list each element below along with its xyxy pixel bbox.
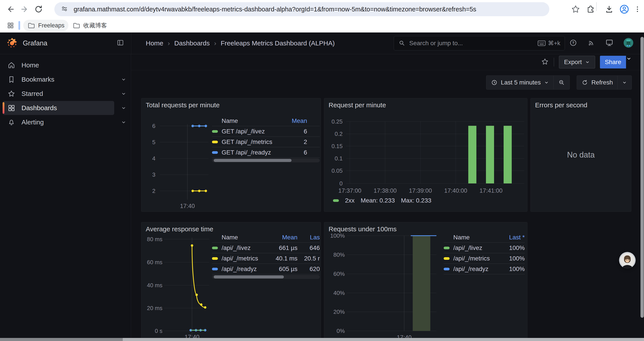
zoom-out-button[interactable] bbox=[554, 76, 570, 89]
sidebar-item-bookmarks[interactable]: Bookmarks bbox=[0, 72, 131, 87]
breadcrumb-dashboards[interactable]: Dashboards bbox=[174, 40, 210, 47]
favorite-star-icon[interactable] bbox=[541, 58, 549, 67]
sidebar-item-alerting[interactable]: Alerting bbox=[0, 115, 131, 129]
search-input[interactable] bbox=[409, 40, 538, 47]
series-swatch bbox=[444, 247, 450, 249]
export-button[interactable]: Export bbox=[559, 56, 595, 69]
sidebar-item-label: Alerting bbox=[22, 119, 44, 126]
chrome-menu-icon[interactable] bbox=[633, 2, 642, 16]
dashboards-icon bbox=[8, 104, 15, 112]
series-name: GET /api/_/readyz bbox=[222, 149, 274, 156]
refresh-label: Refresh bbox=[592, 79, 613, 86]
column-header-name[interactable]: Name bbox=[453, 234, 498, 241]
data-point bbox=[204, 306, 206, 308]
table-scrollbar[interactable] bbox=[212, 158, 320, 162]
column-header[interactable]: Las bbox=[300, 234, 320, 241]
breadcrumb-home[interactable]: Home bbox=[146, 40, 163, 47]
share-menu-button[interactable] bbox=[626, 56, 632, 69]
back-icon[interactable] bbox=[4, 2, 18, 16]
y-tick-label: 20 ms bbox=[147, 305, 162, 311]
table-row[interactable]: /api/_/livez100% bbox=[444, 243, 525, 253]
horizontal-scrollbar[interactable] bbox=[0, 338, 644, 341]
extensions-icon[interactable] bbox=[586, 2, 595, 16]
reload-icon[interactable] bbox=[32, 2, 46, 16]
chevron-down-icon[interactable] bbox=[116, 77, 131, 82]
refresh-button[interactable]: Refresh bbox=[577, 76, 617, 89]
table-row[interactable]: GET /api/_/metrics2 bbox=[212, 137, 320, 147]
cell-value: 605 µs bbox=[266, 265, 298, 272]
breadcrumb-current: Freeleaps Metrics Dashboard (ALPHA) bbox=[221, 40, 335, 47]
legend-mean: Mean: 0.233 bbox=[361, 197, 395, 204]
url-bar[interactable] bbox=[54, 2, 549, 16]
help-icon[interactable]: ? bbox=[569, 39, 577, 48]
y-tick-label: 0% bbox=[336, 327, 345, 334]
series-name: GET /api/_/livez bbox=[222, 128, 274, 135]
sidebar-item-label: Dashboards bbox=[22, 104, 57, 112]
news-rss-icon[interactable] bbox=[587, 39, 595, 48]
user-avatar[interactable] bbox=[624, 38, 634, 49]
column-header-name[interactable]: Name bbox=[222, 234, 266, 241]
table-row[interactable]: /api/_/readyz100% bbox=[444, 264, 525, 274]
column-header-name[interactable]: Name bbox=[222, 117, 274, 124]
data-point bbox=[192, 125, 194, 127]
table-row[interactable]: /api/_/metrics40.1 ms20.5 r bbox=[212, 253, 320, 264]
table-row[interactable]: /api/_/metrics100% bbox=[444, 253, 525, 264]
chevron-down-icon[interactable] bbox=[116, 91, 131, 97]
bookmark-folder-freeleaps[interactable]: Freeleaps bbox=[23, 20, 68, 31]
table-scrollbar[interactable] bbox=[212, 275, 320, 279]
y-tick-label: 20% bbox=[334, 308, 345, 315]
y-tick-label: 0 bbox=[340, 180, 342, 187]
monitor-icon[interactable] bbox=[605, 38, 614, 48]
sidebar-item-starred[interactable]: Starred bbox=[0, 87, 131, 101]
bookmark-folder-blogs[interactable]: 收藏博客 bbox=[68, 20, 111, 31]
cell-value: 6 bbox=[274, 149, 307, 156]
chart-legend[interactable]: 2xx Mean: 0.233 Max: 0.233 bbox=[333, 197, 432, 204]
bookmark-star-icon[interactable] bbox=[571, 2, 580, 16]
y-tick-label: 0.05 bbox=[332, 167, 342, 174]
downloads-icon[interactable] bbox=[604, 2, 614, 16]
table-row[interactable]: GET /api/_/livez6 bbox=[212, 126, 320, 137]
panel-requests-under-100ms: Requests under 100ms 100%80%60%40%20%0%1… bbox=[324, 222, 528, 341]
cell-value: 620 bbox=[300, 265, 320, 272]
table-row[interactable]: /api/_/readyz605 µs620 bbox=[212, 264, 320, 274]
grafana-logo-icon[interactable] bbox=[6, 37, 18, 49]
share-button[interactable]: Share bbox=[600, 56, 626, 69]
time-range-picker[interactable]: Last 5 minutes bbox=[486, 76, 554, 89]
profile-icon[interactable] bbox=[619, 2, 630, 16]
chevron-down-icon[interactable] bbox=[116, 105, 131, 111]
y-tick-label: 40 ms bbox=[147, 282, 162, 288]
table-row[interactable]: GET /api/_/readyz6 bbox=[212, 147, 320, 158]
share-label: Share bbox=[605, 59, 621, 66]
sidebar-toggle-icon[interactable] bbox=[116, 39, 124, 48]
data-point bbox=[205, 190, 207, 192]
sidebar-item-dashboards[interactable]: Dashboards bbox=[0, 101, 131, 115]
legend-max: Max: 0.233 bbox=[401, 197, 432, 204]
panel-average-response-time: Average response time 80 ms60 ms40 ms20 … bbox=[141, 222, 321, 341]
chevron-down-icon[interactable] bbox=[116, 119, 131, 125]
series-swatch bbox=[212, 141, 218, 143]
keyboard-icon bbox=[538, 40, 546, 47]
column-header[interactable]: Last * bbox=[498, 234, 525, 241]
sidebar-item-home[interactable]: Home bbox=[0, 58, 131, 72]
vertical-scrollbar[interactable] bbox=[640, 37, 644, 318]
y-tick-label: 4 bbox=[152, 155, 156, 162]
apps-grid-icon[interactable] bbox=[4, 19, 17, 32]
request-per-minute-chart[interactable]: 0.250.20.150.10.05017:37:0017:38:0017:39… bbox=[324, 98, 528, 212]
refresh-interval-button[interactable] bbox=[617, 76, 632, 89]
column-header[interactable]: Mean bbox=[274, 117, 307, 124]
time-range-label: Last 5 minutes bbox=[501, 79, 541, 86]
assistant-avatar[interactable] bbox=[619, 252, 636, 269]
series-line bbox=[192, 245, 205, 307]
table-header-row: NameLast * bbox=[444, 232, 525, 243]
search-box[interactable]: ⌘+k bbox=[394, 36, 565, 51]
forward-icon[interactable] bbox=[18, 2, 32, 16]
data-point bbox=[200, 303, 202, 306]
table-row[interactable]: /api/_/livez661 µs646 bbox=[212, 243, 320, 253]
column-header[interactable]: Mean bbox=[266, 234, 298, 241]
y-tick-label: 80% bbox=[334, 251, 345, 258]
home-icon bbox=[8, 61, 15, 69]
site-info-icon[interactable] bbox=[60, 5, 69, 14]
cell-value: 20.5 r bbox=[300, 255, 320, 262]
url-input[interactable] bbox=[73, 6, 490, 13]
data-point bbox=[192, 190, 194, 192]
